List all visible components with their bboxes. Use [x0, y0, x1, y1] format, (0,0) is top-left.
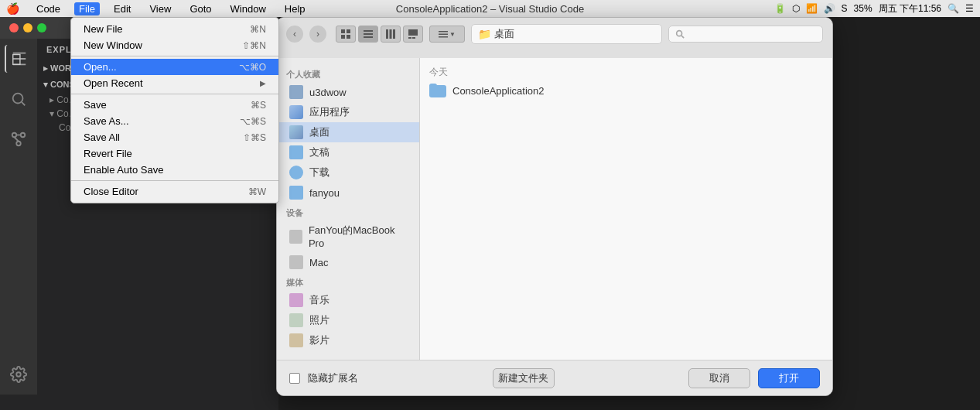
menu-view[interactable]: View: [145, 2, 176, 15]
menu-open-recent[interactable]: Open Recent ▶: [71, 75, 278, 91]
menu-code[interactable]: Code: [32, 2, 65, 15]
movies-icon: [289, 333, 303, 347]
dialog-forward-button[interactable]: ›: [309, 26, 326, 43]
maximize-button[interactable]: [37, 23, 46, 32]
svg-rect-14: [364, 33, 373, 35]
hide-extensions-checkbox[interactable]: [289, 373, 300, 384]
view-columns-btn[interactable]: [381, 26, 401, 43]
sidebar-icons: [0, 39, 37, 395]
sidebar-item-downloads[interactable]: 下载: [277, 162, 419, 183]
menu-window[interactable]: Window: [226, 2, 271, 15]
svg-rect-9: [341, 29, 345, 33]
close-button[interactable]: [9, 23, 19, 32]
menu-save-as[interactable]: Save As... ⌥⌘S: [71, 113, 278, 129]
separator-2: [71, 94, 278, 94]
console-app-label: ConsoleApplication2: [452, 85, 545, 97]
menubar-menu-icon[interactable]: ☰: [965, 3, 974, 14]
svg-rect-15: [364, 36, 373, 38]
sidebar-item-macbook[interactable]: FanYou的MacBook Pro: [277, 220, 419, 252]
menu-open[interactable]: Open... ⌥⌘O: [71, 59, 278, 75]
open-button[interactable]: 打开: [758, 368, 820, 388]
menubar-wifi: 📶: [806, 3, 818, 14]
menu-close-editor[interactable]: Close Editor ⌘W: [71, 183, 278, 200]
svg-point-1: [13, 94, 23, 104]
svg-rect-17: [390, 29, 392, 39]
view-icon-btn[interactable]: [336, 26, 356, 43]
revert-file-label: Revert File: [84, 148, 132, 159]
sidebar-item-u3dwow[interactable]: u3dwow: [277, 82, 419, 102]
folder-icon: 📁: [478, 28, 491, 40]
menu-help[interactable]: Help: [280, 2, 310, 15]
sidebar-icon-source-control[interactable]: [5, 125, 32, 153]
svg-rect-12: [347, 35, 350, 39]
svg-rect-0: [13, 55, 20, 65]
new-folder-button[interactable]: 新建文件夹: [493, 368, 555, 388]
menubar-time: 周五 下午11:56: [879, 2, 941, 15]
open-shortcut: ⌥⌘O: [239, 62, 266, 73]
menu-new-file[interactable]: New File ⌘N: [71, 21, 278, 37]
fanyou-icon: [289, 186, 303, 200]
sidebar-item-fanyou[interactable]: fanyou: [277, 183, 419, 203]
save-as-label: Save As...: [84, 115, 129, 127]
dialog-location-bar[interactable]: 📁 桌面: [471, 24, 662, 44]
save-shortcut: ⌘S: [251, 100, 266, 111]
sidebar-label-downloads: 下载: [309, 166, 330, 179]
menu-enable-auto-save[interactable]: Enable Auto Save: [71, 162, 278, 178]
save-all-label: Save All: [84, 132, 120, 143]
menu-goto[interactable]: Goto: [185, 2, 216, 15]
sidebar-item-mac[interactable]: Mac: [277, 252, 419, 272]
svg-point-4: [21, 133, 26, 138]
dialog-arrange-button[interactable]: ▼: [429, 26, 465, 43]
svg-point-3: [12, 133, 17, 138]
minimize-button[interactable]: [23, 23, 32, 32]
dialog-back-button[interactable]: ‹: [286, 26, 303, 43]
sidebar-icon-search[interactable]: [5, 85, 32, 113]
sidebar-label-music: 音乐: [309, 293, 330, 307]
submenu-arrow: ▶: [260, 79, 266, 87]
sidebar-item-photos[interactable]: 照片: [277, 310, 419, 330]
svg-line-2: [22, 102, 25, 105]
mac-icon: [289, 255, 303, 269]
sidebar-item-documents[interactable]: 文稿: [277, 142, 419, 162]
sidebar-item-music[interactable]: 音乐: [277, 290, 419, 310]
open-recent-label: Open Recent: [84, 77, 143, 89]
view-gallery-btn[interactable]: [403, 26, 423, 43]
view-list-btn[interactable]: [358, 26, 378, 43]
menu-save[interactable]: Save ⌘S: [71, 97, 278, 113]
sidebar-item-desktop[interactable]: 桌面: [277, 122, 419, 142]
svg-point-25: [677, 31, 682, 36]
sidebar-item-movies[interactable]: 影片: [277, 330, 419, 350]
save-all-shortcut: ⇧⌘S: [243, 132, 266, 143]
new-window-label: New Window: [84, 39, 142, 51]
menu-edit[interactable]: Edit: [109, 2, 135, 15]
apple-menu[interactable]: 🍎: [6, 2, 19, 15]
menubar-battery-icon: 🔋: [774, 3, 786, 14]
documents-icon: [289, 145, 303, 159]
sidebar-section-favorites: 个人收藏: [277, 64, 419, 82]
menubar-volume: 🔊: [824, 3, 835, 14]
photos-icon: [289, 313, 303, 327]
close-editor-label: Close Editor: [84, 186, 138, 197]
menubar: 🍎 Code File Edit View Goto Window Help C…: [0, 0, 980, 17]
macbook-icon: [289, 230, 302, 244]
cancel-button[interactable]: 取消: [688, 368, 750, 388]
sidebar-label-u3dwow: u3dwow: [309, 87, 347, 98]
content-item-console-app[interactable]: ConsoleApplication2: [420, 80, 832, 101]
menubar-bluetooth: ⬡: [792, 3, 800, 14]
location-text: 桌面: [494, 27, 514, 41]
desktop-icon: [289, 125, 303, 139]
menu-revert-file[interactable]: Revert File: [71, 145, 278, 162]
sidebar-item-apps[interactable]: 应用程序: [277, 102, 419, 122]
sidebar-icon-explorer[interactable]: [5, 45, 32, 73]
svg-rect-21: [412, 37, 415, 39]
sidebar-label-macbook: FanYou的MacBook Pro: [309, 224, 407, 249]
menu-file[interactable]: File: [74, 2, 100, 15]
menu-save-all[interactable]: Save All ⇧⌘S: [71, 129, 278, 145]
new-file-label: New File: [84, 23, 123, 35]
sidebar-icon-settings[interactable]: [5, 360, 32, 388]
hide-extensions-label: 隐藏扩展名: [308, 371, 358, 385]
dialog-search-bar[interactable]: [668, 26, 823, 43]
apps-icon: [289, 105, 303, 119]
menubar-search-icon[interactable]: 🔍: [948, 3, 959, 14]
menu-new-window[interactable]: New Window ⇧⌘N: [71, 37, 278, 53]
